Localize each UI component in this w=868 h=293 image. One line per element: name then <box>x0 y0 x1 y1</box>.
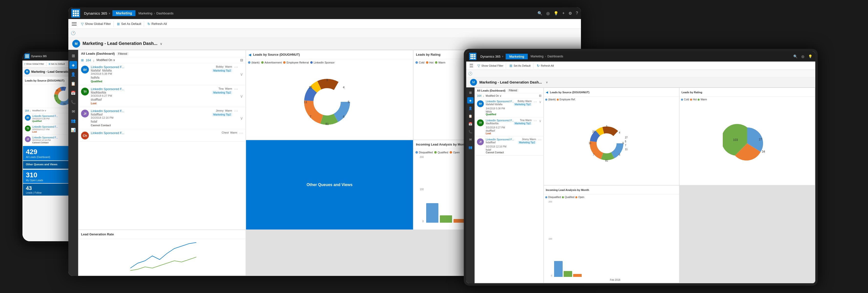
tablet-lead-company-1: fdafafaf fdsfafia <box>486 103 502 106</box>
tablet-lead-more-1[interactable]: ⋯ <box>534 100 537 104</box>
tablet-bulb-icon[interactable]: 💡 <box>808 54 812 58</box>
tablet-sidebar-contacts[interactable]: 👤 <box>467 105 473 111</box>
sidebar-reports[interactable]: 📊 <box>69 126 77 134</box>
tablet-default-btn[interactable]: ⊞ Set As Default <box>507 63 533 68</box>
lead-item[interactable]: Jf LinkedIn Sponsored F... Jimmy Warm fs… <box>79 107 246 129</box>
tablet-lead-expand-1[interactable]: ∨ <box>539 100 541 104</box>
tablet-sidebar-calendar[interactable]: 📅 <box>467 121 473 127</box>
lead-item[interactable]: Bf LinkedIn Sponsored F... Bobby Warm fd… <box>79 63 246 85</box>
lead-name: LinkedIn Sponsored F... <box>91 131 124 135</box>
tablet-waffle[interactable] <box>469 53 476 60</box>
phone-waffle-icon[interactable] <box>24 54 30 59</box>
tablet-default-icon: ⊞ <box>509 64 513 68</box>
tablet-sidebar-leads[interactable]: ◈ <box>467 97 473 104</box>
tablet-lead-more-3[interactable]: ⋯ <box>538 138 541 142</box>
sidebar-leads[interactable]: ◈ <box>69 61 77 69</box>
tablet-target-icon[interactable]: ◎ <box>801 54 804 58</box>
app-name[interactable]: Dynamics 365 ∨ <box>82 10 113 17</box>
sidebar-email[interactable]: ✉ <box>69 108 77 115</box>
waffle-button[interactable] <box>71 9 80 18</box>
tablet-view-switch[interactable]: ⊟ <box>539 94 541 97</box>
tablet-lead-item-1[interactable]: Bf LinkedIn Sponsored F... Bobby Warm fd… <box>475 98 544 117</box>
tablet-bc-sep: › <box>545 55 546 58</box>
lead-more-button[interactable]: ⋯ <box>239 131 243 135</box>
lead-item[interactable]: Tf LinkedIn Sponsored F... Tina Warm fda… <box>79 85 246 107</box>
tablet-app-name[interactable]: Dynamics 365 ∨ <box>478 54 506 59</box>
leads-by-source-panel: ◀ Leads by Source (DOUGHNUT) (blank) Adv… <box>246 50 413 140</box>
sort-dropdown[interactable]: Modified On ∨ <box>96 58 115 62</box>
sidebar-calendar[interactable]: 📅 <box>69 89 77 97</box>
set-default-button[interactable]: ⊞ Set As Default <box>115 21 144 27</box>
lead-company: fdadfdasfda <box>91 91 106 94</box>
tablet-sidebar-activities[interactable]: 📋 <box>467 113 473 119</box>
tablet-lead-expand-2[interactable]: ∨ <box>539 119 541 123</box>
tablet-sidebar-user[interactable]: 👥 <box>467 144 473 150</box>
sidebar-activities[interactable]: 📋 <box>69 80 77 87</box>
tablet-search-icon[interactable]: 🔍 <box>793 54 798 58</box>
other-queues-content[interactable]: Other Queues and Views <box>246 140 413 230</box>
search-icon[interactable]: 🔍 <box>537 11 542 16</box>
filter-button[interactable]: ▽ Show Global Filter <box>79 21 114 27</box>
dashboard-title: Marketing - Lead Generation Dash... <box>83 41 157 46</box>
tablet-module[interactable]: Marketing <box>506 54 527 59</box>
tablet-bar-qual <box>564 271 572 277</box>
tablet-legend-emp: Employee Ref. <box>557 98 576 101</box>
tablet-dash-chevron[interactable]: ∨ <box>546 81 548 84</box>
phone-filter-btn[interactable]: ▽ Show Global Filter <box>24 63 44 65</box>
tablet-hamburger[interactable] <box>469 63 474 68</box>
tablet-lead-item-3[interactable]: Jf LinkedIn Sponsored F... Jimmy Warm fs… <box>475 137 544 155</box>
tablet-sort-dropdown[interactable]: Modified On ∨ <box>486 94 501 97</box>
sidebar-home[interactable]: ⊞ <box>69 52 77 60</box>
tablet-refresh-btn[interactable]: ↻ Refresh All <box>534 63 556 68</box>
tablet-legend-cold: Cold <box>681 98 689 101</box>
sidebar-contacts[interactable]: 👤 <box>69 70 77 78</box>
refresh-button[interactable]: ↻ Refresh All <box>145 21 169 27</box>
lead-more-button[interactable]: ⋯ <box>234 65 238 69</box>
bulb-icon[interactable]: 💡 <box>554 11 558 16</box>
chart-legend: (blank) Advertisement Employee Referral <box>248 61 411 64</box>
lead-item[interactable]: Ch LinkedIn Sponsored F... Cheol Warm ⋯ <box>79 129 246 142</box>
dashboard-chevron[interactable]: ∨ <box>160 42 162 46</box>
phone-sort[interactable]: Modified On ∨ <box>32 109 46 112</box>
tablet-x-axis: Feb 2018 <box>553 279 678 281</box>
help-icon[interactable]: ? <box>576 11 578 16</box>
tablet-filter-btn[interactable]: ▽ Show Global Filter <box>475 63 506 68</box>
target-icon[interactable]: ◎ <box>546 11 550 16</box>
tablet-source-legend: (blank) Employee Ref. <box>545 98 678 101</box>
tablet-history-icon[interactable]: 🕐 <box>468 71 472 76</box>
tablet-lead-info-2: LinkedIn Sponsored F... Tina Warm fdadfd… <box>486 119 532 135</box>
svg-text:34: 34 <box>762 150 765 153</box>
lead-expand[interactable]: ∨ <box>240 93 243 99</box>
sidebar-user[interactable]: 👥 <box>69 117 77 124</box>
legend-label-disq: Disqualified <box>419 151 433 154</box>
add-icon[interactable]: + <box>562 11 565 16</box>
lead-expand[interactable]: ∨ <box>240 71 243 77</box>
lead-more-button[interactable]: ⋯ <box>234 87 238 91</box>
phone-lead-avatar-2: Tf <box>25 125 31 131</box>
view-switch[interactable]: ⊟ <box>240 58 243 62</box>
tablet-sidebar-phone[interactable]: 📞 <box>467 128 473 135</box>
tablet-lead-name-2: LinkedIn Sponsored F... <box>486 119 514 122</box>
tablet-lead-item-2[interactable]: Tf LinkedIn Sponsored F... Tina Warm fda… <box>475 117 544 137</box>
svg-text:7: 7 <box>56 99 57 102</box>
legend-label-ad: Advertisement <box>265 61 282 64</box>
lead-expand[interactable]: ∨ <box>240 116 243 121</box>
history-icon[interactable]: 🕐 <box>71 31 76 35</box>
lead-more-button[interactable]: ⋯ <box>234 109 238 113</box>
module-name[interactable]: Marketing <box>113 10 135 16</box>
chart-prev[interactable]: ◀ <box>248 53 251 57</box>
tablet-leads-source-chart: (blank) Employee Ref. <box>544 97 679 185</box>
lead-detail: fsdfsfa <box>91 75 232 80</box>
tablet-sidebar-home[interactable]: ⊞ <box>467 89 473 96</box>
phone-default-btn[interactable]: ⊞ Set As Default <box>49 63 65 65</box>
tablet-lead-more-2[interactable]: ⋯ <box>534 119 537 123</box>
hamburger-button[interactable] <box>71 21 78 27</box>
tablet-chart-prev[interactable]: ◀ <box>546 91 548 94</box>
all-leads-title: All Leads (Dashboard) <box>81 52 115 55</box>
svg-point-22 <box>315 90 339 114</box>
lead-status: Qualified <box>91 80 232 83</box>
breadcrumb-sep: › <box>154 11 155 15</box>
tablet-sidebar-email[interactable]: ✉ <box>467 136 473 143</box>
settings-icon[interactable]: ⚙ <box>568 11 572 16</box>
sidebar-phone[interactable]: 📞 <box>69 98 77 106</box>
